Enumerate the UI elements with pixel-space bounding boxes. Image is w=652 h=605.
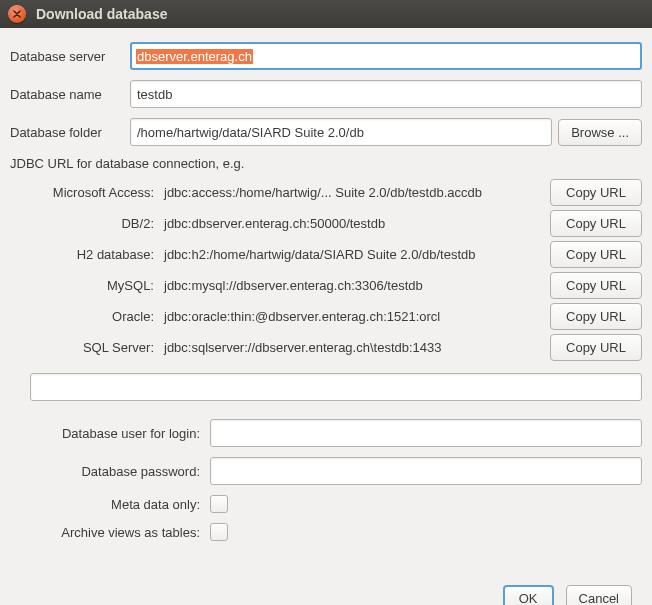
dialog-footer: OK Cancel <box>10 571 642 605</box>
jdbc-url: jdbc:dbserver.enterag.ch:50000/testdb <box>164 216 544 231</box>
jdbc-section: JDBC URL for database connection, e.g. M… <box>10 156 642 401</box>
jdbc-row-db2: DB/2: jdbc:dbserver.enterag.ch:50000/tes… <box>10 210 642 237</box>
database-name-input[interactable] <box>130 80 642 108</box>
database-folder-input[interactable] <box>130 118 552 146</box>
copy-url-button[interactable]: Copy URL <box>550 272 642 299</box>
window-title: Download database <box>36 6 167 22</box>
ok-button[interactable]: OK <box>503 585 554 605</box>
jdbc-label: Oracle: <box>10 309 158 324</box>
jdbc-url: jdbc:h2:/home/hartwig/data/SIARD Suite 2… <box>164 247 544 262</box>
jdbc-row-ms-access: Microsoft Access: jdbc:access:/home/hart… <box>10 179 642 206</box>
database-name-label: Database name <box>10 87 130 102</box>
meta-only-checkbox[interactable] <box>210 495 228 513</box>
jdbc-row-mysql: MySQL: jdbc:mysql://dbserver.enterag.ch:… <box>10 272 642 299</box>
cancel-button[interactable]: Cancel <box>566 585 632 605</box>
archive-views-checkbox[interactable] <box>210 523 228 541</box>
copy-url-button[interactable]: Copy URL <box>550 241 642 268</box>
database-folder-label: Database folder <box>10 125 130 140</box>
copy-url-button[interactable]: Copy URL <box>550 179 642 206</box>
jdbc-header: JDBC URL for database connection, e.g. <box>10 156 642 171</box>
titlebar: Download database <box>0 0 652 28</box>
database-server-input[interactable]: dbserver.enterag.ch <box>130 42 642 70</box>
meta-only-label: Meta data only: <box>10 497 210 512</box>
jdbc-custom-input[interactable] <box>30 373 642 401</box>
jdbc-url: jdbc:mysql://dbserver.enterag.ch:3306/te… <box>164 278 544 293</box>
copy-url-button[interactable]: Copy URL <box>550 210 642 237</box>
browse-button[interactable]: Browse ... <box>558 119 642 146</box>
jdbc-row-h2: H2 database: jdbc:h2:/home/hartwig/data/… <box>10 241 642 268</box>
close-icon[interactable] <box>8 5 26 23</box>
db-user-label: Database user for login: <box>10 426 210 441</box>
database-server-label: Database server <box>10 49 130 64</box>
jdbc-url: jdbc:sqlserver://dbserver.enterag.ch\tes… <box>164 340 544 355</box>
jdbc-row-sqlserver: SQL Server: jdbc:sqlserver://dbserver.en… <box>10 334 642 361</box>
db-user-input[interactable] <box>210 419 642 447</box>
jdbc-label: H2 database: <box>10 247 158 262</box>
jdbc-row-oracle: Oracle: jdbc:oracle:thin:@dbserver.enter… <box>10 303 642 330</box>
archive-views-label: Archive views as tables: <box>10 525 210 540</box>
copy-url-button[interactable]: Copy URL <box>550 303 642 330</box>
database-server-value: dbserver.enterag.ch <box>136 49 253 64</box>
db-password-label: Database password: <box>10 464 210 479</box>
copy-url-button[interactable]: Copy URL <box>550 334 642 361</box>
jdbc-url: jdbc:oracle:thin:@dbserver.enterag.ch:15… <box>164 309 544 324</box>
db-password-input[interactable] <box>210 457 642 485</box>
dialog-content: Database server dbserver.enterag.ch Data… <box>0 28 652 605</box>
jdbc-label: MySQL: <box>10 278 158 293</box>
jdbc-label: DB/2: <box>10 216 158 231</box>
jdbc-label: SQL Server: <box>10 340 158 355</box>
jdbc-label: Microsoft Access: <box>10 185 158 200</box>
jdbc-url: jdbc:access:/home/hartwig/... Suite 2.0/… <box>164 185 544 200</box>
